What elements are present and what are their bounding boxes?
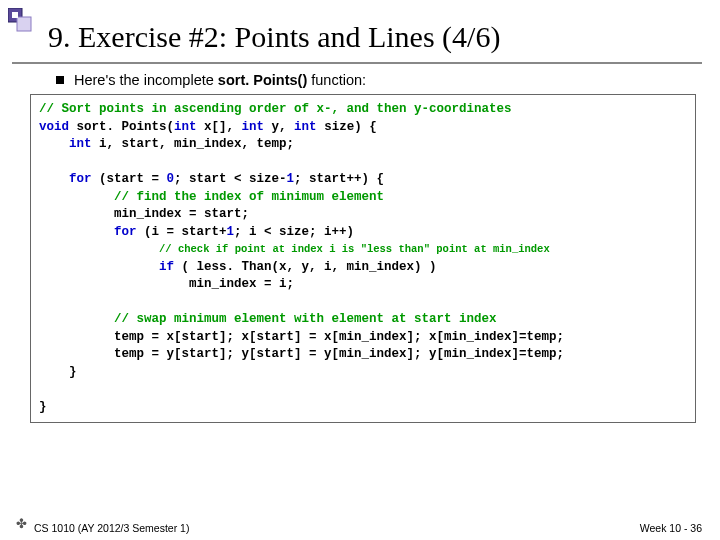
title-underline [12, 62, 702, 64]
code-kw: 1 [287, 172, 295, 186]
code-text: x[], [197, 120, 242, 134]
code-text: temp = y[start]; y[start] = y[min_index]… [114, 347, 564, 361]
code-comment: // swap minimum element with element at … [114, 312, 497, 326]
slide-title: 9. Exercise #2: Points and Lines (4/6) [48, 20, 720, 54]
code-kw: 0 [167, 172, 175, 186]
svg-rect-2 [12, 12, 18, 18]
cross-icon: ✤ [16, 516, 27, 531]
code-text: ; start < size- [174, 172, 287, 186]
svg-rect-1 [17, 17, 31, 31]
code-kw: 1 [227, 225, 235, 239]
code-kw: int [174, 120, 197, 134]
code-text: y, [264, 120, 294, 134]
code-text: } [39, 400, 47, 414]
code-kw: for [114, 225, 137, 239]
code-text: (start = [92, 172, 167, 186]
code-comment: // Sort points in ascending order of x-,… [39, 102, 512, 116]
code-text: (i = start+ [137, 225, 227, 239]
code-text: ; start++) { [294, 172, 384, 186]
code-text: i, start, min_index, temp; [92, 137, 295, 151]
slide-logo-icon [8, 8, 38, 38]
code-text: } [69, 365, 77, 379]
intro-prefix: Here's the incomplete [74, 72, 218, 88]
code-text: sort. Points( [69, 120, 174, 134]
code-text: min_index = start; [114, 207, 249, 221]
code-comment: // find the index of minimum element [114, 190, 384, 204]
code-text: temp = x[start]; x[start] = x[min_index]… [114, 330, 564, 344]
code-comment: // check if point at index i is "less th… [159, 243, 550, 255]
code-kw: int [242, 120, 265, 134]
code-block: // Sort points in ascending order of x-,… [30, 94, 696, 423]
footer-right: Week 10 - 36 [640, 522, 702, 534]
code-text: size) { [317, 120, 377, 134]
intro-text: Here's the incomplete sort. Points() fun… [74, 72, 366, 88]
intro-line: Here's the incomplete sort. Points() fun… [56, 72, 720, 88]
code-kw: if [159, 260, 174, 274]
code-kw: int [294, 120, 317, 134]
code-kw: void [39, 120, 69, 134]
code-text: min_index = i; [189, 277, 294, 291]
code-kw: for [69, 172, 92, 186]
intro-suffix: function: [307, 72, 366, 88]
footer-left: CS 1010 (AY 2012/3 Semester 1) [34, 522, 189, 534]
code-kw: int [69, 137, 92, 151]
code-text: ; i < size; i++) [234, 225, 354, 239]
code-text: ( less. Than(x, y, i, min_index) ) [174, 260, 437, 274]
intro-bold: sort. Points() [218, 72, 307, 88]
bullet-icon [56, 76, 64, 84]
